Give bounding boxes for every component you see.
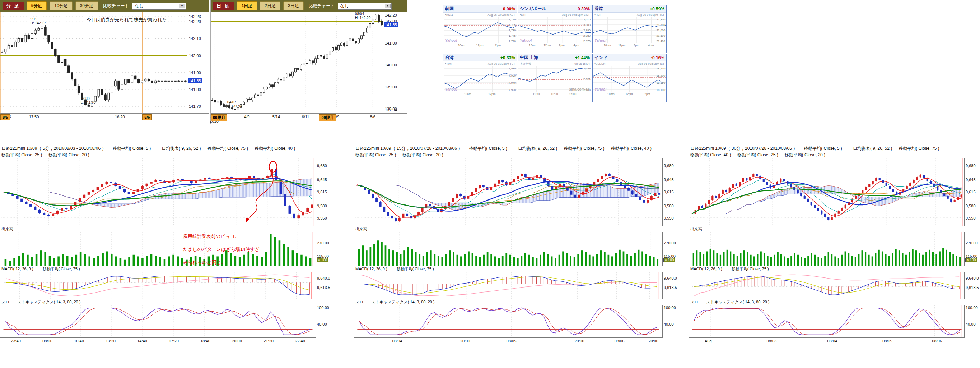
session-marker: 8/5	[0, 114, 10, 120]
market-code: *KS11	[445, 13, 453, 16]
daily-1day-button[interactable]: 1日足	[237, 2, 258, 10]
minute-chart-xaxis: 16:0517:5016:208/58/6	[0, 113, 208, 124]
world-market-cell[interactable]: 台湾+0.33%*TWIIAug 06 01:33pm TST7,9807,96…	[443, 54, 517, 102]
stoch-axis-tick: 40.00	[964, 322, 976, 326]
world-market-cell[interactable]: シンガポール-0.39%*STIAug 06 04:59pm SGT3,0103…	[518, 5, 592, 53]
bond-minute-chart-panel: 分 足 5分足 10分足 30分足 比較チャート なし▼ 142.23142.2…	[0, 0, 209, 124]
world-market-subrow: 上証指数08-06 15:04	[518, 61, 592, 66]
world-market-cell[interactable]: 韓国-0.00%*KS11Aug 06 03:02pm KST1,7901,78…	[443, 5, 517, 53]
x-axis-tick: 08/06	[614, 339, 625, 343]
indicator-legend: 移動平均( Close, 5 )	[804, 146, 842, 151]
low-marker: 04/07L: 137.94	[227, 100, 242, 108]
volume-axis-tick: 270.00	[663, 241, 676, 245]
compare-chart-value: なし	[135, 3, 143, 9]
market-timestamp: Aug 06 04:01pm HKT	[637, 13, 665, 16]
x-axis-tick: 08/06	[42, 339, 52, 343]
macd-axis-tick: 9,613.5	[316, 285, 330, 290]
x-axis-tick: 08/04	[827, 339, 837, 343]
world-market-header: 韓国-0.00%	[443, 5, 517, 13]
world-market-subrow: *HSIAug 06 04:01pm HKT	[593, 13, 666, 17]
mini-y-tick: 21,600	[657, 29, 665, 32]
main-chart-canvas[interactable]	[354, 158, 663, 226]
mini-x-tick: 10am	[608, 92, 614, 96]
y-axis-tick: 139.00	[384, 85, 397, 89]
minute-10min-button[interactable]: 10分足	[49, 2, 72, 10]
mini-y-tick: 3,000	[583, 23, 590, 27]
minute-5min-button[interactable]: 5分足	[27, 2, 47, 10]
market-change: +0.33%	[500, 55, 515, 60]
mini-chart: 7,9807,9607,9407,920Yahoo!	[444, 66, 517, 92]
world-market-cell[interactable]: 中国 上海+1.44%上証指数08-06 15:042,6592,6212,58…	[518, 54, 592, 102]
volume-unit-badge: × 100	[965, 258, 977, 262]
market-name: シンガポール	[520, 6, 546, 12]
indicator-legend: 移動平均( Close, 40 )	[690, 152, 731, 158]
high-marker: 08/04H: 142.29	[355, 12, 371, 20]
daily-3day-button[interactable]: 3日足	[283, 2, 304, 10]
y-axis-tick: 9,645	[663, 178, 674, 182]
mini-y-tick: 2,621	[583, 78, 590, 81]
world-market-cell[interactable]: 香港+0.59%*HSIAug 06 04:01pm HKT21,80021,7…	[592, 5, 667, 53]
indicator-legend: 移動平均( Close, 20 )	[48, 152, 89, 158]
mini-x-tick: 11:30	[533, 92, 539, 96]
main-chart-canvas[interactable]	[689, 158, 964, 226]
stoch-axis-tick: 100.00	[964, 306, 978, 310]
mini-chart: 21,80021,70021,60021,50021,400Yahoo!	[593, 17, 666, 43]
market-change: -0.16%	[651, 55, 665, 60]
mini-y-tick: 18,200	[657, 74, 665, 77]
mini-x-axis: 10am12pm	[443, 92, 517, 97]
daily-2day-button[interactable]: 2日足	[260, 2, 280, 10]
mini-y-tick: 7,960	[509, 74, 516, 77]
world-market-header: インド-0.16%	[593, 54, 666, 61]
y-axis-tick: 141.00	[384, 41, 397, 45]
market-code: *BSESN	[595, 62, 605, 66]
stoch-axis-tick: 100.00	[663, 306, 676, 310]
indicator-legend: 移動平均( Close, 5 )	[113, 146, 151, 151]
x-axis-tick: 20:00	[574, 339, 584, 343]
mini-x-axis: 10am12pm2pm	[593, 92, 666, 97]
x-axis-tick: 14:40	[137, 339, 147, 343]
world-markets-grid: 韓国-0.00%*KS11Aug 06 03:02pm KST1,7901,78…	[443, 5, 667, 103]
world-market-cell[interactable]: インド-0.16%*BSESNAug 06 03:59pm IST18,2301…	[592, 54, 667, 102]
x-axis-tick: 20:00	[648, 339, 659, 343]
x-axis: 23:4008/0610:4013:2014:4017:2018:4020:00…	[0, 338, 316, 345]
mini-chart: 3,0103,0002,9902,9802,970Yahoo!	[519, 17, 591, 43]
chart-watermark: Yahoo!	[595, 38, 607, 42]
mini-x-axis: 10am12pm2pm4pm	[593, 43, 666, 48]
daily-toolbar-title: 日 足	[213, 2, 234, 10]
mini-y-tick: 1,790	[509, 18, 516, 21]
y-axis-tick: 142.20	[188, 19, 201, 24]
price-axis: 142.23142.20142.10142.00141.90141.80141.…	[187, 11, 208, 113]
compare-chart-label: 比較チャート	[103, 3, 129, 9]
y-axis-tick: 9,580	[316, 204, 327, 208]
mini-x-tick: 4pm	[574, 43, 579, 47]
macd-axis-tick: 9,613.5	[663, 285, 677, 290]
price-chart-canvas[interactable]	[211, 11, 383, 113]
indicator-legend: 移動平均( Close, 75 )	[899, 146, 939, 151]
x-axis-tick: 17:50	[29, 115, 39, 119]
macd-pane-label: MACD( 12, 26, 9 )移動平均( Close, 75 )	[689, 266, 769, 272]
daily-chart-area[interactable]: 142.29142.00141.00140.00139.00138.00137.…	[211, 11, 407, 113]
x-axis-tick: 20:00	[460, 339, 470, 343]
annotation-text: だましのパターンはざら場14時すぎ	[183, 246, 259, 253]
mini-x-tick: 2pm	[644, 92, 650, 96]
mini-y-tick: 2,980	[583, 34, 590, 37]
compare-chart-select[interactable]: なし▼	[338, 3, 391, 10]
x-axis-tick: 21:20	[264, 339, 274, 343]
minute-chart-area[interactable]: 142.23142.20142.10142.00141.90141.80141.…	[0, 11, 208, 113]
bond-daily-chart-panel: 日 足 1日足 2日足 3日足 比較チャート なし▼ 142.29142.001…	[210, 0, 407, 124]
volume-pane-label: 出来高	[354, 226, 367, 232]
x-axis-tick: 10:40	[74, 339, 84, 343]
main-chart-canvas[interactable]	[0, 158, 316, 226]
volume-axis-tick: 270.00	[964, 241, 978, 245]
y-axis-tick: 9,550	[316, 216, 327, 220]
y-axis-tick: 9,615	[964, 190, 976, 194]
mini-y-tick: 1,780	[509, 29, 516, 32]
macd-canvas	[689, 272, 964, 299]
compare-chart-select[interactable]: なし▼	[132, 3, 186, 10]
minute-30min-button[interactable]: 30分足	[75, 2, 98, 10]
macd-axis-tick: 9,640.0	[316, 276, 330, 280]
mini-x-tick: 10am	[458, 43, 465, 47]
annotation-text: 雇用統計発表前のピョコ。	[183, 233, 239, 240]
stoch-axis-tick: 100.00	[316, 306, 329, 310]
compare-chart-value: なし	[340, 3, 349, 9]
